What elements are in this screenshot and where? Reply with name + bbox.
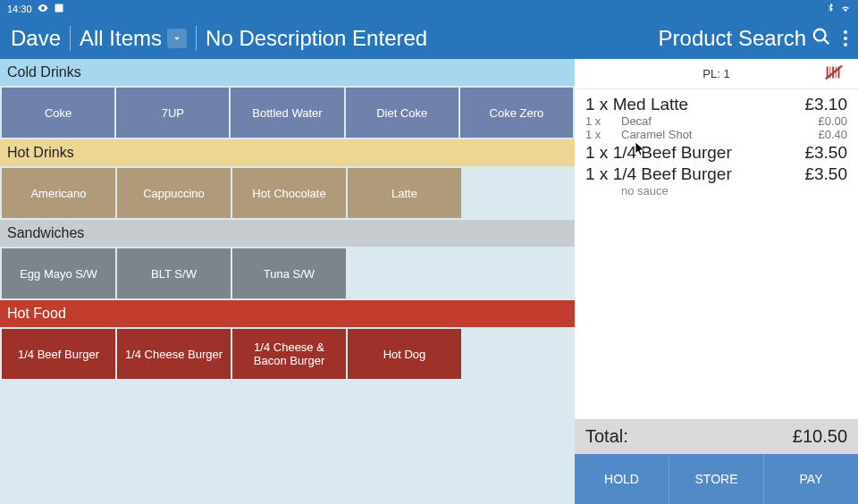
svg-point-1 [814,29,826,41]
line-price: £3.50 [804,143,847,163]
line-price: £3.50 [804,164,847,184]
ticket-modifier[interactable]: 1 x Caramel Shot £0.40 [585,128,847,141]
items-filter-dropdown[interactable]: All Items [80,26,187,51]
svg-line-2 [824,39,829,45]
product-7up[interactable]: 7UP [116,88,229,138]
user-name[interactable]: Dave [11,26,61,51]
products-panel: Cold Drinks Coke 7UP Bottled Water Diet … [0,59,575,504]
product-beef-burger[interactable]: 1/4 Beef Burger [2,329,115,379]
total-label: Total: [585,426,628,447]
total-amount: £10.50 [793,426,847,447]
category-header-hot-food: Hot Food [0,300,575,327]
product-hot-dog[interactable]: Hot Dog [348,329,461,379]
no-barcode-icon[interactable] [824,63,844,86]
store-button[interactable]: STORE [669,454,764,504]
product-latte[interactable]: Latte [348,168,461,218]
total-row: Total: £10.50 [575,419,858,454]
product-hot-chocolate[interactable]: Hot Chocolate [232,168,346,218]
status-bar: 14:30 [0,0,858,18]
divider [70,26,71,51]
product-cappuccino[interactable]: Cappuccino [117,168,231,218]
chevron-down-icon [167,29,187,48]
product-bottled-water[interactable]: Bottled Water [231,88,343,138]
product-americano[interactable]: Americano [2,168,115,218]
divider [196,26,197,51]
bluetooth-icon [826,4,835,14]
product-blt[interactable]: BLT S/W [117,248,231,298]
product-coke[interactable]: Coke [2,88,114,138]
price-level-label: PL: 1 [702,67,729,80]
product-cheese-bacon-burger[interactable]: 1/4 Cheese & Bacon Burger [232,329,346,379]
ticket-lines: 1 x Med Latte £3.10 1 x Decaf £0.00 1 x … [575,89,858,419]
ticket-line[interactable]: 1 x 1/4 Beef Burger £3.50 [585,143,847,163]
filter-label: All Items [80,26,162,51]
eye-icon [38,3,48,15]
status-time: 14:30 [7,4,32,14]
title-bar: Dave All Items No Description Entered Pr… [0,18,858,59]
action-buttons: HOLD STORE PAY [575,454,858,504]
line-price: £3.10 [804,95,847,114]
wifi-icon [840,3,851,15]
ticket-panel: PL: 1 1 x Med Latte £3.10 1 x Decaf £0.0… [575,59,858,504]
product-egg-mayo[interactable]: Egg Mayo S/W [2,248,115,298]
category-header-sandwiches: Sandwiches [0,220,575,247]
app-icon [54,3,64,15]
product-tuna[interactable]: Tuna S/W [232,248,346,298]
svg-rect-0 [55,4,63,13]
category-header-cold-drinks: Cold Drinks [0,59,575,86]
search-icon[interactable] [812,27,831,50]
product-diet-coke[interactable]: Diet Coke [346,88,458,138]
pay-button[interactable]: PAY [764,454,858,504]
category-header-hot-drinks: Hot Drinks [0,139,575,166]
description-text[interactable]: No Description Entered [206,26,427,51]
product-search-label[interactable]: Product Search [659,26,806,51]
menu-dots-icon[interactable] [844,30,847,46]
ticket-line[interactable]: 1 x Med Latte £3.10 [585,95,847,114]
ticket-line[interactable]: 1 x 1/4 Beef Burger £3.50 [585,164,847,184]
product-coke-zero[interactable]: Coke Zero [460,88,573,138]
ticket-note[interactable]: no sauce [585,184,847,197]
hold-button[interactable]: HOLD [575,454,669,504]
ticket-header: PL: 1 [575,59,858,89]
ticket-modifier[interactable]: 1 x Decaf £0.00 [585,114,847,128]
product-cheese-burger[interactable]: 1/4 Cheese Burger [117,329,231,379]
